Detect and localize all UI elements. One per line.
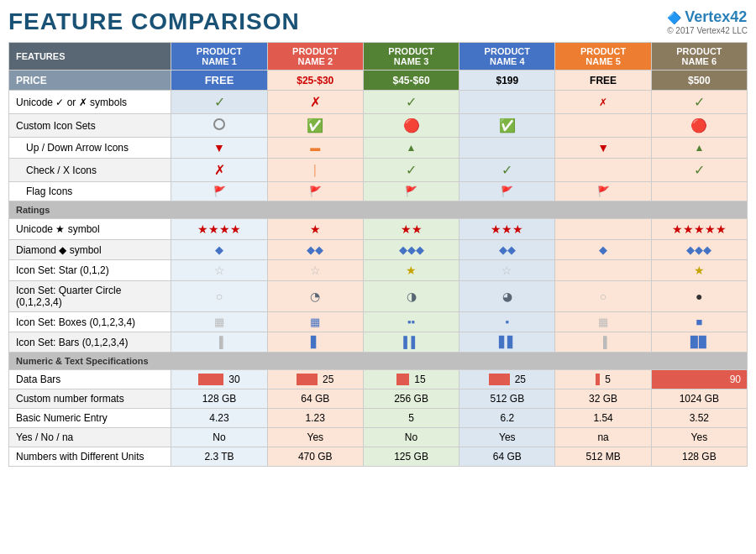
basic-numeric-label: Basic Numeric Entry <box>9 409 171 428</box>
cn-p4: 512 GB <box>459 389 555 409</box>
unicode-label: Unicode ✓ or ✗ symbols <box>9 91 171 114</box>
product5-header: PRODUCTNAME 5 <box>555 43 651 71</box>
icon-star-label: Icon Set: Star (0,1,2) <box>9 260 171 281</box>
price-p3: $45-$60 <box>363 71 459 91</box>
custom-number-label: Custom number formats <box>9 389 171 409</box>
unicode-star-label: Unicode ★ symbol <box>9 219 171 240</box>
ratings-section: Ratings <box>9 201 748 219</box>
checkx-p3: ✓ <box>363 159 459 182</box>
flag-p4: 🚩 <box>459 182 555 201</box>
cn-p6: 1024 GB <box>651 389 747 409</box>
ibars-p1: ▐ <box>171 332 267 353</box>
basic-numeric-row: Basic Numeric Entry 4.23 1.23 5 6.2 1.54… <box>9 409 748 428</box>
price-p2: $25-$30 <box>267 71 363 91</box>
iqc-p4: ◕ <box>459 281 555 312</box>
iqc-p3: ◑ <box>363 281 459 312</box>
numbers-units-label: Numbers with Different Units <box>9 447 171 467</box>
ustar-p2: ★ <box>267 219 363 240</box>
cis-p3: 🔴 <box>363 114 459 138</box>
nu-p2: 470 GB <box>267 447 363 467</box>
numbers-units-row: Numbers with Different Units 2.3 TB 470 … <box>9 447 748 467</box>
bar-p2 <box>297 374 318 385</box>
updown-p3: ▲ <box>363 138 459 159</box>
iboxes-p1: ▦ <box>171 312 267 332</box>
yn-p5: na <box>555 428 651 447</box>
flag-p3: 🚩 <box>363 182 459 201</box>
unicode-p4 <box>459 91 555 114</box>
cis-p2: ✅ <box>267 114 363 138</box>
yn-p1: No <box>171 428 267 447</box>
icon-star-row: Icon Set: Star (0,1,2) ☆ ☆ ★ ☆ ★ <box>9 260 748 281</box>
header-row: FEATURES PRODUCTNAME 1 PRODUCTNAME 2 PRO… <box>9 43 748 71</box>
yn-p4: Yes <box>459 428 555 447</box>
cis-p4: ✅ <box>459 114 555 138</box>
diamond-p6: ◆◆◆ <box>651 240 747 260</box>
cn-p3: 256 GB <box>363 389 459 409</box>
data-bars-row: Data Bars 30 25 15 <box>9 370 748 389</box>
unicode-row: Unicode ✓ or ✗ symbols ✓ ✗ ✓ ✗ ✓ <box>9 91 748 114</box>
unicode-p3: ✓ <box>363 91 459 114</box>
nu-p4: 64 GB <box>459 447 555 467</box>
nu-p6: 128 GB <box>651 447 747 467</box>
bar-p3 <box>396 374 409 385</box>
iqc-p5: ○ <box>555 281 651 312</box>
bn-p2: 1.23 <box>267 409 363 428</box>
dbars-p4: 25 <box>459 370 555 389</box>
diamond-label: Diamond ◆ symbol <box>9 240 171 260</box>
page-title: FEATURE COMPARISON <box>8 8 300 35</box>
custom-icon-sets-row: Custom Icon Sets ✅ 🔴 ✅ 🔴 <box>9 114 748 138</box>
ratings-label: Ratings <box>9 201 748 219</box>
price-label: PRICE <box>9 71 171 91</box>
istar-p3: ★ <box>363 260 459 281</box>
diamond-p5: ◆ <box>555 240 651 260</box>
iqc-p1: ○ <box>171 281 267 312</box>
diamond-p1: ◆ <box>171 240 267 260</box>
checkx-p5 <box>555 159 651 182</box>
updown-p2: ▬ <box>267 138 363 159</box>
logo-sub: © 2017 Vertex42 LLC <box>667 26 748 35</box>
checkx-p2: │ <box>267 159 363 182</box>
price-p1: FREE <box>171 71 267 91</box>
updown-p1: ▼ <box>171 138 267 159</box>
ibars-p3: ▌▌ <box>363 332 459 353</box>
flag-row: Flag Icons 🚩 🚩 🚩 🚩 🚩 <box>9 182 748 201</box>
icon-bars-label: Icon Set: Bars (0,1,2,3,4) <box>9 332 171 353</box>
product4-header: PRODUCTNAME 4 <box>459 43 555 71</box>
istar-p1: ☆ <box>171 260 267 281</box>
bn-p4: 6.2 <box>459 409 555 428</box>
cis-p1 <box>171 114 267 138</box>
cis-p5 <box>555 114 651 138</box>
checkx-label: Check / X Icons <box>9 159 171 182</box>
updown-label: Up / Down Arrow Icons <box>9 138 171 159</box>
bn-p1: 4.23 <box>171 409 267 428</box>
price-row: PRICE FREE $25-$30 $45-$60 $199 FREE $50… <box>9 71 748 91</box>
cis-p6: 🔴 <box>651 114 747 138</box>
diamond-p3: ◆◆◆ <box>363 240 459 260</box>
dbars-p5: 5 <box>555 370 651 389</box>
bn-p5: 1.54 <box>555 409 651 428</box>
custom-icon-sets-label: Custom Icon Sets <box>9 114 171 138</box>
bn-p6: 3.52 <box>651 409 747 428</box>
iqc-p6: ● <box>651 281 747 312</box>
icon-quarter-row: Icon Set: Quarter Circle (0,1,2,3,4) ○ ◔… <box>9 281 748 312</box>
istar-p2: ☆ <box>267 260 363 281</box>
istar-p5 <box>555 260 651 281</box>
dbars-p3: 15 <box>363 370 459 389</box>
checkx-row: Check / X Icons ✗ │ ✓ ✓ ✓ <box>9 159 748 182</box>
icon-bars-row: Icon Set: Bars (0,1,2,3,4) ▐ ▋ ▌▌ ▋▋ ▐ ▉… <box>9 332 748 353</box>
diamond-p2: ◆◆ <box>267 240 363 260</box>
yesno-row: Yes / No / na No Yes No Yes na Yes <box>9 428 748 447</box>
custom-number-row: Custom number formats 128 GB 64 GB 256 G… <box>9 389 748 409</box>
updown-p4 <box>459 138 555 159</box>
flag-p2: 🚩 <box>267 182 363 201</box>
product2-header: PRODUCTNAME 2 <box>267 43 363 71</box>
nu-p5: 512 MB <box>555 447 651 467</box>
flag-p1: 🚩 <box>171 182 267 201</box>
iboxes-p2: ▦ <box>267 312 363 332</box>
logo-area: 🔷 Vertex42 © 2017 Vertex42 LLC <box>667 8 748 35</box>
nu-p1: 2.3 TB <box>171 447 267 467</box>
price-p4: $199 <box>459 71 555 91</box>
flag-p5: 🚩 <box>555 182 651 201</box>
updown-p5: ▼ <box>555 138 651 159</box>
product6-header: PRODUCTNAME 6 <box>651 43 747 71</box>
